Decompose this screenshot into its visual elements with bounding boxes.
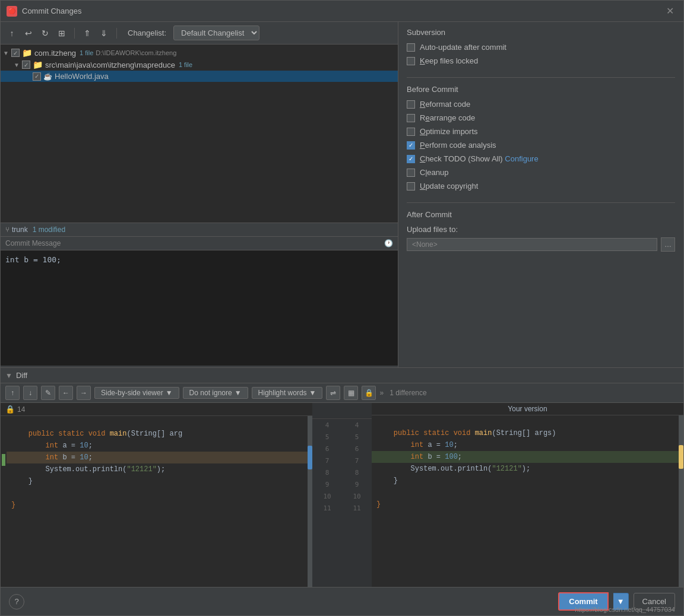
configure-link[interactable]: Configure [505,154,538,163]
cleanup-row: Cleanup [407,168,675,177]
rearrange-code-checkbox[interactable] [407,114,415,122]
diff-nav-up-button[interactable]: ↑ [5,386,20,400]
diff-right-line-10 [372,487,679,498]
tree-item-com-itzheng[interactable]: ▼ 📁 com.itzheng 1 file D:\IDEAWORK\com.i… [1,47,398,59]
diff-right-content: public static void main(String[] args) i… [372,415,683,587]
gutter-line-9: 9 [312,478,342,490]
changelist-label: Changelist: [128,28,166,37]
perform-code-analysis-row: Perform code analysis [407,141,675,150]
gutter-right-line-10: 10 [342,490,372,502]
keep-files-locked-text: eep files locked [425,56,479,65]
java-file-icon: ☕ [43,72,52,81]
diff-nav-left-button[interactable]: ← [59,386,73,400]
reformat-code-checkbox[interactable] [407,100,415,109]
perform-code-analysis-checkbox[interactable] [407,141,415,150]
commit-message-label-bar: Commit Message 🕐 [1,237,398,250]
cleanup-checkbox[interactable] [407,169,415,177]
tree-checkbox-2[interactable] [22,61,30,69]
diff-scrollbar-thumb-left[interactable] [308,446,312,469]
gutter-line-6: 6 [312,443,342,455]
diff-right-header: Your version [372,403,683,415]
check-todo-checkbox[interactable] [407,155,415,163]
move-up-icon[interactable]: ⇑ [81,27,94,40]
gutter-right-line-8: 8 [342,466,372,478]
optimize-imports-checkbox[interactable] [407,128,415,136]
perform-code-analysis-label: Perform code analysis [420,141,496,150]
upload-btn[interactable]: … [661,237,675,252]
commit-message-section: Commit Message 🕐 int b = 100; [1,237,398,367]
diff-more-icon[interactable]: » [379,389,384,397]
app-icon-symbol: 🔴 [8,8,15,14]
sync-icon[interactable]: ↑ [5,27,18,40]
tree-item-meta-1: 1 file [80,49,93,56]
diff-left-line-6: int a = 10; [7,440,308,452]
diff-left-line-11: } [7,499,308,511]
keep-files-locked-label: Keep files locked [420,56,478,65]
keep-files-locked-row: Keep files locked [407,56,675,65]
tree-item-label-1: com.itzheng [34,49,76,58]
diff-scrollbar-left[interactable] [308,416,312,587]
commit-message-label-text: Commit Message [5,239,61,247]
diff-viewer-selector[interactable]: Side-by-side viewer ▼ [94,387,179,399]
diff-right-line-7: int b = 100; [372,451,679,463]
diff-right-line-8: System.out.println("12121"); [372,463,679,475]
after-commit-title: After Commit [407,210,675,219]
diff-nav-down-button[interactable]: ↓ [23,386,37,400]
close-button[interactable]: ✕ [663,4,677,18]
toolbar: ↑ ↩ ↻ ⊞ ⇑ ⇓ Changelist: Default Changeli… [1,22,398,45]
diff-edit-button[interactable]: ✎ [41,386,55,400]
diff-nav-right-button[interactable]: → [77,386,91,400]
right-panel: Subversion Auto-update after commit Keep… [398,22,683,367]
check-todo-row: Check TODO (Show All) Configure [407,154,675,163]
commit-message-textarea[interactable]: int b = 100; [1,250,398,366]
auto-update-checkbox[interactable] [407,43,415,52]
diff-lock-button[interactable]: 🔒 [362,386,376,400]
tree-item-helloworld[interactable]: ☕ HelloWorld.java [1,71,398,82]
lock-icon-left: 🔒 [5,405,15,414]
diff-center-gutter-right: 4 5 6 7 8 9 10 11 [342,403,372,587]
rearrange-code-row: Rearrange code [407,113,675,122]
diff-scrollbar-right[interactable] [679,415,683,587]
gutter-line-10: 10 [312,490,342,502]
diff-columns-button[interactable]: ▦ [344,386,358,400]
diff-scrollbar-thumb-right[interactable] [679,445,683,469]
diff-viewer-arrow: ▼ [166,389,173,397]
diff-collapse-button[interactable]: ▼ [5,371,12,380]
left-panel: ↑ ↩ ↻ ⊞ ⇑ ⇓ Changelist: Default Changeli… [1,22,398,367]
diff-right-code: public static void main(String[] args) i… [372,415,679,587]
group-icon[interactable]: ⊞ [55,27,68,40]
reformat-code-label: Reformat code [420,100,470,109]
diff-highlight-arrow: ▼ [309,389,316,397]
tree-checkbox-3[interactable] [33,72,41,81]
diff-equalize-button[interactable]: ⇌ [326,386,340,400]
dialog-title: Commit Changes [22,7,663,15]
move-down-icon[interactable]: ⇓ [97,27,110,40]
tree-checkbox-1[interactable] [11,49,20,57]
update-copyright-checkbox[interactable] [407,182,415,190]
gutter-right-line-4: 4 [342,419,372,431]
divider-1 [407,77,675,78]
diff-left-pane: 🔒 14 [1,403,312,587]
gutter-right-line-11: 11 [342,502,372,514]
tree-item-src[interactable]: ▼ 📁 src\main\java\com\itzheng\mapreduce … [1,59,398,71]
diff-title: Diff [16,371,27,380]
cleanup-label: Cleanup [420,168,448,177]
update-copyright-label: Update copyright [420,182,478,190]
diff-right-line-11: } [372,498,679,510]
help-button[interactable]: ? [9,594,24,609]
redo-icon[interactable]: ↻ [39,27,52,40]
diff-header: ▼ Diff [1,368,683,383]
diff-right-line-4 [372,415,679,427]
upload-select[interactable]: <None> [407,238,657,251]
tree-item-label-3: HelloWorld.java [55,72,109,81]
diff-view: 🔒 14 [1,403,683,587]
diff-ignore-selector[interactable]: Do not ignore ▼ [183,387,248,399]
divider-2 [407,202,675,203]
diff-highlight-selector[interactable]: Highlight words ▼ [252,387,323,399]
changelist-select[interactable]: Default Changelist [173,26,259,40]
upload-select-row: <None> … [407,237,675,252]
gutter-line-4: 4 [312,419,342,431]
undo-icon[interactable]: ↩ [22,27,35,40]
keep-files-locked-checkbox[interactable] [407,57,415,65]
diff-right-line-9: } [372,475,679,487]
